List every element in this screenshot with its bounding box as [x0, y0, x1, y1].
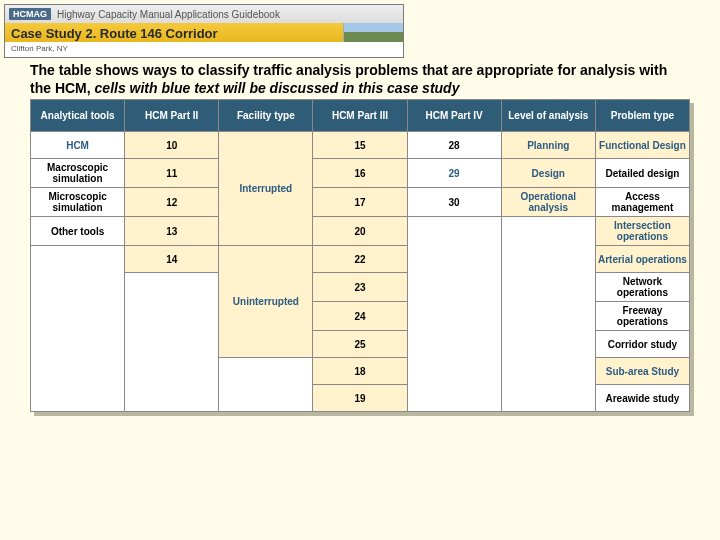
- banner-photo: [343, 23, 403, 42]
- table-row: Other tools 13 20 Intersection operation…: [31, 217, 690, 246]
- cell-p4-empty: [407, 217, 501, 412]
- cell-p4-28: 28: [407, 132, 501, 159]
- cell-intersection-operations: Intersection operations: [595, 217, 689, 246]
- header-row: Analytical tools HCM Part II Facility ty…: [31, 100, 690, 132]
- cell-p3-20: 20: [313, 217, 407, 246]
- table-row: Macroscopic simulation 11 16 29 Design D…: [31, 159, 690, 188]
- cell-level-empty: [501, 217, 595, 412]
- cell-p3-24: 24: [313, 302, 407, 331]
- cell-network-operations: Network operations: [595, 273, 689, 302]
- header-banner: HCMAG Highway Capacity Manual Applicatio…: [4, 4, 404, 58]
- cell-interrupted: Interrupted: [219, 132, 313, 246]
- cell-macroscopic: Macroscopic simulation: [31, 159, 125, 188]
- banner-mid: Case Study 2. Route 146 Corridor: [5, 23, 403, 42]
- hcmag-badge: HCMAG: [9, 8, 51, 20]
- cell-planning: Planning: [501, 132, 595, 159]
- h-analytical-tools: Analytical tools: [31, 100, 125, 132]
- h-problem-type: Problem type: [595, 100, 689, 132]
- cell-functional-design: Functional Design: [595, 132, 689, 159]
- cell-p2-10: 10: [125, 132, 219, 159]
- cell-arterial-operations: Arterial operations: [595, 246, 689, 273]
- cell-p3-15: 15: [313, 132, 407, 159]
- cell-detailed-design: Detailed design: [595, 159, 689, 188]
- cell-p3-25: 25: [313, 331, 407, 358]
- cell-access-management: Access management: [595, 188, 689, 217]
- cell-operational-analysis: Operational analysis: [501, 188, 595, 217]
- cell-areawide-study: Areawide study: [595, 385, 689, 412]
- cell-design: Design: [501, 159, 595, 188]
- cell-p3-16: 16: [313, 159, 407, 188]
- table-wrapper: Analytical tools HCM Part II Facility ty…: [30, 99, 690, 412]
- cell-microscopic: Microscopic simulation: [31, 188, 125, 217]
- cell-p3-18: 18: [313, 358, 407, 385]
- cell-tools-empty: [31, 246, 125, 412]
- cell-p2-12: 12: [125, 188, 219, 217]
- cell-p2-13: 13: [125, 217, 219, 246]
- cell-p2-11: 11: [125, 159, 219, 188]
- cell-p4-29: 29: [407, 159, 501, 188]
- caption-text: The table shows ways to classify traffic…: [30, 62, 690, 97]
- cell-p2-14: 14: [125, 246, 219, 273]
- cell-p3-17: 17: [313, 188, 407, 217]
- cell-p4-30: 30: [407, 188, 501, 217]
- banner-title: Case Study 2. Route 146 Corridor: [5, 23, 343, 42]
- h-level-of-analysis: Level of analysis: [501, 100, 595, 132]
- cell-uninterrupted: Uninterrupted: [219, 246, 313, 358]
- cell-hcm: HCM: [31, 132, 125, 159]
- cell-p3-23: 23: [313, 273, 407, 302]
- banner-subtitle: Clifton Park, NY: [5, 42, 403, 57]
- table-row: HCM 10 Interrupted 15 28 Planning Functi…: [31, 132, 690, 159]
- cell-p3-19: 19: [313, 385, 407, 412]
- h-hcm-part-ii: HCM Part II: [125, 100, 219, 132]
- banner-top-text: Highway Capacity Manual Applications Gui…: [57, 9, 280, 20]
- caption-italic: cells with blue text will be discussed i…: [91, 80, 460, 96]
- cell-p3-22: 22: [313, 246, 407, 273]
- cell-p2-empty: [125, 273, 219, 412]
- table-row: Microscopic simulation 12 17 30 Operatio…: [31, 188, 690, 217]
- h-hcm-part-iv: HCM Part IV: [407, 100, 501, 132]
- h-facility-type: Facility type: [219, 100, 313, 132]
- classification-table: Analytical tools HCM Part II Facility ty…: [30, 99, 690, 412]
- cell-corridor-study: Corridor study: [595, 331, 689, 358]
- cell-subarea-study: Sub-area Study: [595, 358, 689, 385]
- h-hcm-part-iii: HCM Part III: [313, 100, 407, 132]
- banner-top-strip: HCMAG Highway Capacity Manual Applicatio…: [5, 5, 403, 23]
- cell-freeway-operations: Freeway operations: [595, 302, 689, 331]
- cell-facility-empty: [219, 358, 313, 412]
- cell-other-tools: Other tools: [31, 217, 125, 246]
